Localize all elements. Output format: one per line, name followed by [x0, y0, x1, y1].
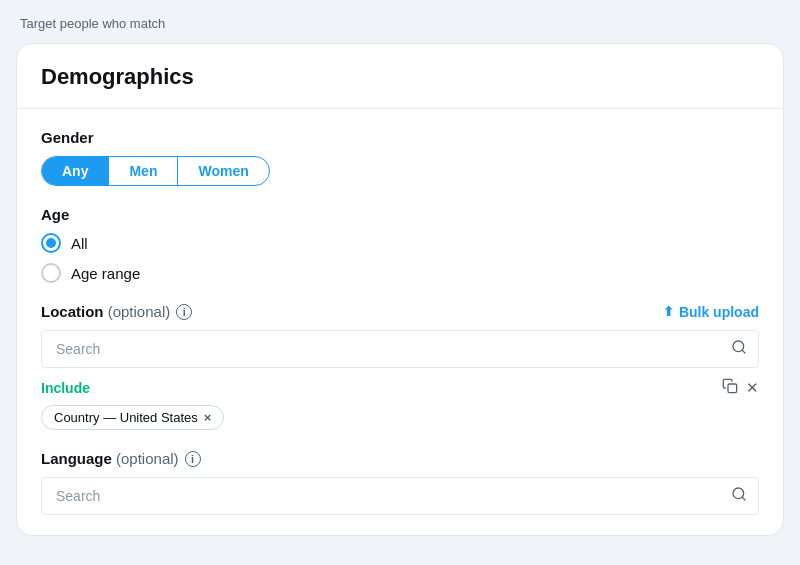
tag-remove-icon[interactable]: ×	[204, 410, 212, 425]
age-radio-group: All Age range	[41, 233, 759, 283]
gender-women-button[interactable]: Women	[178, 157, 268, 185]
outer-container: Target people who match Demographics Gen…	[16, 16, 784, 536]
location-search-icon	[731, 339, 747, 359]
svg-line-1	[742, 350, 745, 353]
gender-toggle-group: Any Men Women	[41, 156, 270, 186]
location-section: Location (optional) i ⬆ Bulk upload	[41, 303, 759, 430]
svg-rect-2	[728, 384, 737, 393]
card-body: Gender Any Men Women Age All	[17, 109, 783, 535]
age-all-option[interactable]: All	[41, 233, 759, 253]
gender-any-button[interactable]: Any	[42, 157, 109, 185]
age-range-label: Age range	[71, 265, 140, 282]
language-info-icon[interactable]: i	[185, 451, 201, 467]
card-header: Demographics	[17, 44, 783, 109]
include-label: Include	[41, 380, 90, 396]
svg-line-4	[742, 497, 745, 500]
language-label-row: Language (optional) i	[41, 450, 759, 467]
age-range-option[interactable]: Age range	[41, 263, 759, 283]
demographics-card: Demographics Gender Any Men Women Age	[16, 43, 784, 536]
language-search-input[interactable]	[41, 477, 759, 515]
age-section: Age All Age range	[41, 206, 759, 283]
language-label: Language (optional)	[41, 450, 179, 467]
language-optional: (optional)	[116, 450, 179, 467]
age-all-radio-inner	[46, 238, 56, 248]
age-all-label: All	[71, 235, 88, 252]
age-range-radio[interactable]	[41, 263, 61, 283]
language-search-box	[41, 477, 759, 515]
location-tag-us: Country — United States ×	[41, 405, 224, 430]
location-header-row: Location (optional) i ⬆ Bulk upload	[41, 303, 759, 320]
language-search-icon	[731, 486, 747, 506]
age-all-radio[interactable]	[41, 233, 61, 253]
bulk-upload-button[interactable]: ⬆ Bulk upload	[663, 304, 759, 320]
page-title: Target people who match	[16, 16, 784, 31]
age-label: Age	[41, 206, 759, 223]
location-optional: (optional)	[108, 303, 171, 320]
gender-men-button[interactable]: Men	[109, 157, 178, 185]
tag-label: Country — United States	[54, 410, 198, 425]
bulk-upload-arrow-icon: ⬆	[663, 304, 674, 319]
language-section: Language (optional) i	[41, 450, 759, 515]
gender-label: Gender	[41, 129, 759, 146]
copy-icon[interactable]	[722, 378, 738, 397]
location-search-input[interactable]	[41, 330, 759, 368]
gender-section: Gender Any Men Women	[41, 129, 759, 186]
card-title: Demographics	[41, 64, 194, 89]
include-actions: ✕	[722, 378, 759, 397]
bulk-upload-label: Bulk upload	[679, 304, 759, 320]
close-icon[interactable]: ✕	[746, 379, 759, 397]
location-info-icon[interactable]: i	[176, 304, 192, 320]
include-row: Include ✕	[41, 378, 759, 397]
location-label-row: Location (optional) i	[41, 303, 192, 320]
location-label: Location (optional)	[41, 303, 170, 320]
location-search-box	[41, 330, 759, 368]
location-tags: Country — United States ×	[41, 405, 759, 430]
